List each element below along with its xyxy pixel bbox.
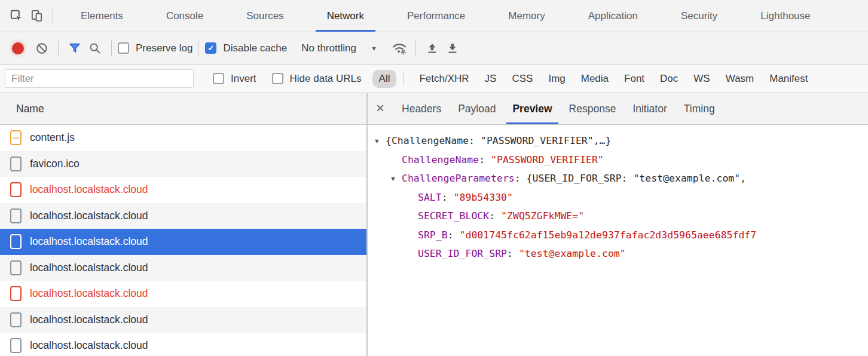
tab-payload[interactable]: Payload [450,93,504,124]
download-icon [446,42,459,55]
tab-initiator[interactable]: Initiator [624,93,675,124]
toolbar-divider [198,41,199,56]
device-toolbar-button[interactable] [26,6,47,26]
tab-headers[interactable]: Headers [393,93,450,124]
requests-table: Name <>content.jsfavicon.icolocalhost.lo… [0,93,368,356]
toolbar-divider [111,41,112,56]
file-icon [10,312,22,327]
request-row[interactable]: localhost.localstack.cloud [0,333,366,356]
tab-elements[interactable]: Elements [59,0,145,32]
script-file-icon: <> [10,130,22,145]
network-conditions-button[interactable] [389,38,409,59]
type-filter-wasm[interactable]: Wasm [726,73,754,85]
preview-tree-line: ChallengeName: "PASSWORD_VERIFIER" [373,151,868,170]
export-har-button[interactable] [442,38,463,59]
preview-tree-line: USER_ID_FOR_SRP: "test@example.com" [373,244,868,263]
request-row[interactable]: localhost.localstack.cloud [0,177,366,203]
wifi-gear-icon [392,41,407,56]
inspect-cursor-icon [10,9,23,23]
type-filter-fetch-xhr[interactable]: Fetch/XHR [419,73,469,85]
preview-tree-line: ▼ChallengeParameters: {USER_ID_FOR_SRP: … [373,169,868,188]
upload-icon [426,42,439,55]
request-rows: <>content.jsfavicon.icolocalhost.localst… [0,125,366,356]
throttling-select[interactable]: No throttling [301,42,356,54]
device-toolbar-icon [30,9,44,23]
request-row[interactable]: localhost.localstack.cloud [0,281,366,307]
toolbar-divider [415,41,416,56]
type-filter-doc[interactable]: Doc [660,73,678,85]
type-filter-css[interactable]: CSS [512,73,533,85]
disable-cache-label: Disable cache [223,42,287,54]
json-key: SALT [418,192,442,203]
import-har-button[interactable] [422,38,442,59]
tab-console[interactable]: Console [145,0,225,32]
record-network-log-button[interactable] [12,42,24,54]
hide-data-urls-checkbox[interactable] [272,73,283,84]
preview-tree-line: SRP_B: "d001745fc62af15eb9a12de937fafac2… [373,226,868,245]
type-filter-media[interactable]: Media [581,73,609,85]
json-string-value: "ZWQ5ZGFkMWE=" [501,210,584,222]
request-name: localhost.localstack.cloud [30,183,148,196]
json-string-value: "89b54330" [454,192,513,203]
json-key: ChallengeName [402,154,479,165]
tab-lighthouse[interactable]: Lighthouse [739,0,832,32]
json-string-value: "d001745fc62af15eb9a12de937fafac2d3d5965… [460,229,757,241]
search-button[interactable] [85,38,105,59]
type-filter-js[interactable]: JS [485,73,497,85]
json-key: SECRET_BLOCK [418,210,489,222]
details-tabs-strip: HeadersPayloadPreviewResponseInitiatorTi… [393,93,723,124]
request-name: localhost.localstack.cloud [30,235,148,248]
tab-performance[interactable]: Performance [386,0,487,32]
type-filter-font[interactable]: Font [624,73,644,85]
disable-cache-checkbox[interactable]: ✓ [205,42,216,54]
close-details-button[interactable]: × [376,101,384,115]
request-row[interactable]: localhost.localstack.cloud [0,229,366,255]
preview-tree-line: SECRET_BLOCK: "ZWQ5ZGFkMWE=" [373,207,868,226]
block-icon [35,42,48,55]
type-filter-all[interactable]: All [372,70,397,88]
json-key: ChallengeParameters [402,173,515,184]
json-text: : {USER_ID_FOR_SRP: "test@example.com", [515,173,746,184]
request-row[interactable]: localhost.localstack.cloud [0,255,366,281]
expand-arrow-icon[interactable]: ▼ [373,137,386,145]
preserve-log-checkbox[interactable] [118,42,129,54]
devtools-main-tabbar: ElementsConsoleSourcesNetworkPerformance… [0,0,868,32]
request-row[interactable]: localhost.localstack.cloud [0,203,366,229]
expand-arrow-icon[interactable]: ▼ [389,175,402,182]
request-name: favicon.ico [30,158,80,170]
network-filter-bar: Invert Hide data URLs AllFetch/XHRJSCSSI… [0,65,868,93]
preview-tree-line: SALT: "89b54330" [373,188,868,207]
invert-checkbox[interactable] [213,73,224,84]
hide-data-urls-label: Hide data URLs [290,73,362,85]
tab-memory[interactable]: Memory [487,0,566,32]
clear-network-log-button[interactable] [32,38,52,59]
request-row[interactable]: favicon.ico [0,151,366,177]
tab-sources[interactable]: Sources [225,0,305,32]
type-filter-img[interactable]: Img [548,73,565,85]
tab-application[interactable]: Application [567,0,659,32]
network-toolbar: Preserve log ✓ Disable cache No throttli… [0,32,868,65]
name-column-header[interactable]: Name [0,93,366,125]
request-row[interactable]: <>content.js [0,125,366,151]
invert-label: Invert [231,73,256,85]
filter-input[interactable] [5,69,194,88]
request-name: localhost.localstack.cloud [30,287,148,300]
request-row[interactable]: localhost.localstack.cloud [0,307,366,333]
tab-preview[interactable]: Preview [504,93,560,124]
type-filter-manifest[interactable]: Manifest [769,73,808,85]
tab-response[interactable]: Response [561,93,625,124]
details-tabbar: × HeadersPayloadPreviewResponseInitiator… [368,93,868,125]
tab-timing[interactable]: Timing [676,93,723,124]
filter-toggle-button[interactable] [65,38,85,59]
preview-tree-line: ▼{ChallengeName: "PASSWORD_VERIFIER",…} [373,131,868,151]
request-type-filters: AllFetch/XHRJSCSSImgMediaFontDocWSWasmMa… [371,70,868,88]
file-icon [10,234,22,249]
inspect-element-button[interactable] [6,6,26,26]
type-filter-ws[interactable]: WS [693,73,710,85]
request-name: localhost.localstack.cloud [30,262,148,274]
tab-network[interactable]: Network [305,0,386,32]
name-column-label: Name [16,103,44,115]
tab-security[interactable]: Security [659,0,739,32]
toolbar-divider [53,8,53,24]
chevron-down-icon[interactable]: ▼ [371,45,377,52]
